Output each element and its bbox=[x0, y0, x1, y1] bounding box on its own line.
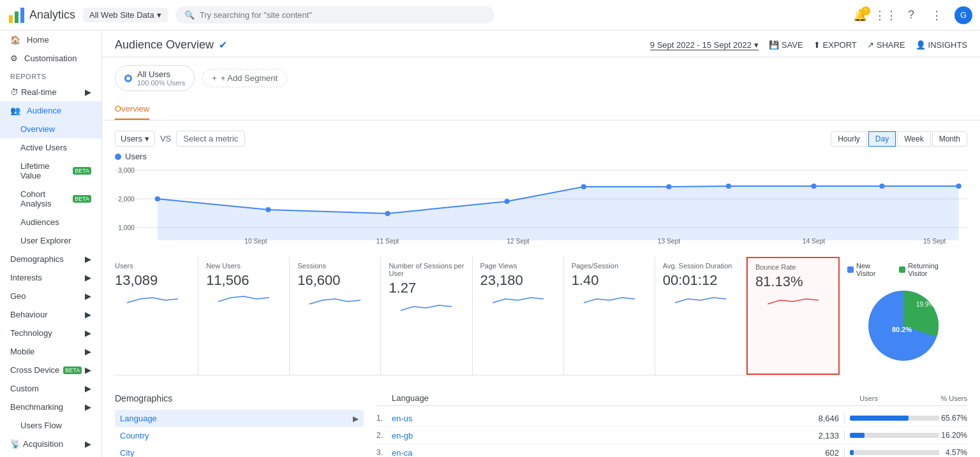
tab-overview[interactable]: Overview bbox=[115, 99, 149, 120]
lang-bar-fill bbox=[850, 416, 909, 421]
segment-info: All Users 100.00% Users bbox=[137, 69, 185, 87]
sidebar-item-label: Technology bbox=[10, 328, 52, 338]
sidebar-item-cross-device[interactable]: Cross Device BETA ▶ bbox=[0, 361, 101, 379]
demographics-title: Demographics bbox=[115, 393, 364, 403]
metric-cell-3[interactable]: Number of Sessions per User 1.27 bbox=[381, 257, 472, 375]
demo-item-country[interactable]: Country bbox=[115, 427, 364, 444]
returning-visitor-dot bbox=[899, 266, 905, 273]
add-segment-button[interactable]: + + Add Segment bbox=[202, 69, 287, 87]
metric-value: 16,600 bbox=[297, 272, 373, 289]
sidebar-item-mobile[interactable]: Mobile ▶ bbox=[0, 342, 101, 361]
sidebar-item-custom[interactable]: Custom ▶ bbox=[0, 379, 101, 398]
pie-chart: 80.2% 19.9% bbox=[859, 281, 948, 370]
language-table: Language Users % Users 1. en-us 8,646 65… bbox=[376, 393, 967, 457]
metric-cell-0[interactable]: Users 13,089 bbox=[115, 257, 198, 375]
metric-label: Sessions bbox=[297, 262, 373, 270]
sidebar-item-label: Demographics bbox=[10, 254, 64, 264]
svg-text:1,000: 1,000 bbox=[118, 224, 135, 231]
sidebar-item-customisation[interactable]: ⚙ Customisation bbox=[0, 49, 101, 68]
svg-text:2,000: 2,000 bbox=[118, 196, 135, 203]
date-range-selector[interactable]: 9 Sept 2022 - 15 Sept 2022 ▾ bbox=[650, 40, 759, 50]
metric-label: Pages/Session bbox=[572, 262, 647, 270]
lang-name[interactable]: en-gb bbox=[392, 431, 801, 440]
time-btn-week[interactable]: Week bbox=[897, 131, 930, 147]
sidebar-item-benchmarking[interactable]: Benchmarking ▶ bbox=[0, 398, 101, 416]
more-button[interactable]: ⋮ bbox=[929, 8, 944, 23]
sidebar-item-users-flow[interactable]: Users Flow bbox=[0, 416, 101, 435]
sidebar-item-overview[interactable]: Overview bbox=[0, 120, 101, 138]
sidebar-item-technology[interactable]: Technology ▶ bbox=[0, 324, 101, 342]
notifications-button[interactable]: 🔔 7 bbox=[852, 8, 868, 23]
lang-bar-bg bbox=[850, 416, 939, 421]
property-selector[interactable]: All Web Site Data ▾ bbox=[83, 8, 168, 22]
lang-table-row[interactable]: 2. en-gb 2,133 16.20% bbox=[376, 427, 967, 444]
svg-text:80.2%: 80.2% bbox=[892, 326, 912, 333]
lang-name[interactable]: en-ca bbox=[392, 448, 801, 458]
metric-cell-7[interactable]: Bounce Rate 81.13% bbox=[746, 257, 840, 375]
metric-cell-4[interactable]: Page Views 23,180 bbox=[473, 257, 564, 375]
sidebar-item-behaviour2[interactable]: 📊 Behaviour ▶ bbox=[0, 453, 101, 457]
export-icon: ⬆ bbox=[813, 40, 820, 50]
sidebar-item-lifetime-value[interactable]: Lifetime Value BETA bbox=[0, 157, 101, 185]
expand-icon: ▶ bbox=[85, 365, 91, 375]
apps-button[interactable]: ⋮⋮ bbox=[878, 8, 893, 23]
main-content: Audience Overview ✔ 9 Sept 2022 - 15 Sep… bbox=[102, 31, 980, 457]
sidebar-item-geo[interactable]: Geo ▶ bbox=[0, 287, 101, 305]
legend-label: Users bbox=[125, 152, 147, 161]
metric-sparkline bbox=[755, 293, 831, 308]
sidebar-item-interests[interactable]: Interests ▶ bbox=[0, 268, 101, 287]
app-name: Analytics bbox=[29, 8, 75, 22]
user-avatar[interactable]: G bbox=[954, 6, 972, 24]
metric-cell-2[interactable]: Sessions 16,600 bbox=[290, 257, 381, 375]
svg-text:12 Sept: 12 Sept bbox=[507, 238, 530, 245]
users-col-header: Users bbox=[840, 395, 878, 402]
metric-cell-6[interactable]: Avg. Session Duration 00:01:12 bbox=[655, 257, 746, 375]
export-label: EXPORT bbox=[823, 40, 857, 50]
metric-label: New Users bbox=[206, 262, 281, 270]
add-icon: + bbox=[212, 73, 217, 83]
sidebar-item-behaviour[interactable]: Behaviour ▶ bbox=[0, 305, 101, 324]
svg-text:10 Sept: 10 Sept bbox=[244, 238, 267, 245]
select-metric-button[interactable]: Select a metric bbox=[176, 131, 245, 147]
lang-name[interactable]: en-us bbox=[392, 414, 801, 423]
sidebar-item-audiences[interactable]: Audiences bbox=[0, 213, 101, 231]
returning-visitor-label: Returning Visitor bbox=[908, 262, 960, 277]
metric-cell-5[interactable]: Pages/Session 1.40 bbox=[564, 257, 655, 375]
sidebar-item-home[interactable]: 🏠 Home bbox=[0, 31, 101, 49]
main-layout: 🏠 Home ⚙ Customisation REPORTS ⏱ Real-ti… bbox=[0, 31, 980, 457]
sidebar-item-cohort-analysis[interactable]: Cohort Analysis BETA bbox=[0, 185, 101, 213]
time-btn-day[interactable]: Day bbox=[868, 131, 896, 147]
tab-bar: Overview bbox=[102, 99, 980, 120]
lang-table-row[interactable]: 1. en-us 8,646 65.67% bbox=[376, 410, 967, 427]
search-input[interactable] bbox=[200, 10, 486, 20]
language-col-header: Language bbox=[376, 393, 840, 403]
demo-item-city[interactable]: City bbox=[115, 444, 364, 457]
sidebar-item-label: Users Flow bbox=[20, 421, 62, 430]
share-button[interactable]: ↗ SHARE bbox=[867, 40, 905, 50]
sidebar-item-label: Audience bbox=[27, 106, 61, 115]
time-btn-hourly[interactable]: Hourly bbox=[831, 131, 867, 147]
svg-point-10 bbox=[265, 207, 271, 212]
export-button[interactable]: ⬆ EXPORT bbox=[813, 40, 857, 50]
lang-table-row[interactable]: 3. en-ca 602 4.57% bbox=[376, 444, 967, 457]
lang-bar-container bbox=[850, 416, 939, 421]
sidebar-item-user-explorer[interactable]: User Explorer bbox=[0, 231, 101, 250]
sidebar-item-realtime[interactable]: ⏱ Real-time ▶ bbox=[0, 83, 101, 101]
metric-select-dropdown[interactable]: Users ▾ bbox=[115, 131, 155, 147]
metric-cell-1[interactable]: New Users 11,506 bbox=[198, 257, 290, 375]
sidebar-item-acquisition[interactable]: 📡 Acquisition ▶ bbox=[0, 435, 101, 453]
sidebar-item-label: Home bbox=[27, 35, 49, 45]
sidebar-item-label: Overview bbox=[20, 124, 55, 134]
time-btn-month[interactable]: Month bbox=[932, 131, 967, 147]
sidebar-item-demographics[interactable]: Demographics ▶ bbox=[0, 250, 101, 268]
save-button[interactable]: 💾 SAVE bbox=[769, 40, 803, 50]
help-button[interactable]: ? bbox=[903, 8, 919, 23]
metrics-row: Users 13,089 New Users 11,506 Sessions 1… bbox=[115, 257, 840, 375]
sidebar-item-audience[interactable]: 👥 Audience bbox=[0, 101, 101, 120]
insights-button[interactable]: 👤 INSIGHTS bbox=[916, 40, 967, 50]
demo-item-language[interactable]: Language ▶ bbox=[115, 410, 364, 427]
sidebar-item-active-users[interactable]: Active Users bbox=[0, 138, 101, 157]
all-users-segment[interactable]: All Users 100.00% Users bbox=[115, 65, 195, 91]
search-bar[interactable]: 🔍 bbox=[175, 6, 494, 24]
sidebar-item-label: Active Users bbox=[20, 143, 67, 152]
